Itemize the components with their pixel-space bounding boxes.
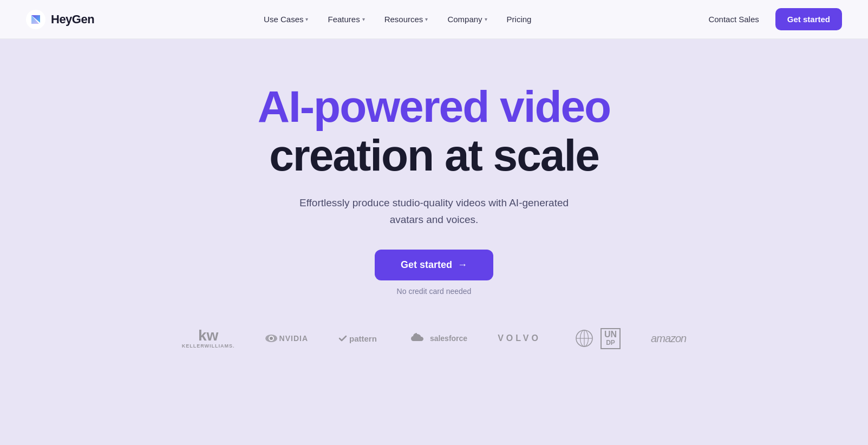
nvidia-eye-icon — [265, 329, 277, 348]
hero-section: AI-powered video creation at scale Effor… — [0, 39, 868, 445]
hero-cta-wrapper: Get started → No credit card needed — [375, 250, 493, 296]
logo-keller-williams: kw KELLERWILLIAMS. — [182, 328, 235, 349]
nav-actions: Contact Sales Get started — [701, 8, 842, 30]
logo-text: HeyGen — [51, 12, 94, 27]
hero-subtitle: Effortlessly produce studio-quality vide… — [288, 195, 580, 228]
chevron-down-icon: ▾ — [362, 16, 365, 22]
nav-item-features[interactable]: Features ▾ — [320, 10, 372, 28]
navbar: HeyGen Use Cases ▾ Features ▾ Resources … — [0, 0, 868, 39]
get-started-button-hero[interactable]: Get started → — [375, 250, 493, 280]
hero-title-line1: AI-powered video — [258, 82, 610, 131]
logo-undp: UN DP — [571, 328, 621, 349]
logo-salesforce: salesforce — [407, 329, 467, 348]
logo-link[interactable]: HeyGen — [26, 10, 94, 29]
logo-volvo: VOLVO — [498, 333, 541, 343]
chevron-down-icon: ▾ — [305, 16, 308, 22]
svg-point-3 — [270, 337, 273, 340]
hero-title: AI-powered video creation at scale — [258, 82, 610, 180]
no-credit-card-label: No credit card needed — [397, 287, 472, 296]
nav-item-company[interactable]: Company ▾ — [440, 10, 494, 28]
logo-icon — [26, 10, 45, 29]
logo-nvidia: NVIDIA — [265, 329, 308, 348]
undp-globe-icon — [571, 329, 597, 348]
logo-amazon: amazon — [651, 332, 686, 345]
nav-item-resources[interactable]: Resources ▾ — [377, 10, 436, 28]
nav-links: Use Cases ▾ Features ▾ Resources ▾ Compa… — [256, 10, 539, 28]
pattern-checkmark-icon — [338, 329, 347, 348]
logos-section: kw KELLERWILLIAMS. NVIDIA pattern — [160, 328, 708, 349]
arrow-icon: → — [458, 259, 467, 271]
get-started-button-nav[interactable]: Get started — [775, 8, 842, 30]
svg-point-0 — [26, 10, 45, 29]
nav-item-use-cases[interactable]: Use Cases ▾ — [256, 10, 316, 28]
logo-pattern: pattern — [338, 329, 377, 348]
contact-sales-link[interactable]: Contact Sales — [701, 10, 766, 28]
salesforce-cloud-icon — [407, 329, 427, 348]
nav-item-pricing[interactable]: Pricing — [499, 10, 539, 28]
chevron-down-icon: ▾ — [485, 16, 487, 22]
chevron-down-icon: ▾ — [425, 16, 428, 22]
hero-title-line2: creation at scale — [258, 131, 610, 180]
